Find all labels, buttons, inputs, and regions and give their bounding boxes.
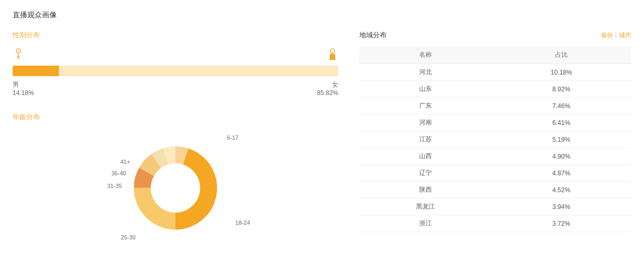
region-percent-cell: 8.92% (491, 81, 631, 98)
male-label: 男 (13, 80, 34, 89)
region-percent-cell: 7.46% (491, 98, 631, 114)
svg-point-9 (151, 163, 200, 213)
table-row: 陕西 4.52% (359, 182, 631, 198)
left-panel: 性别分布 (13, 30, 338, 246)
col-percent-header: 占比 (491, 46, 631, 64)
region-table-body: 河北 10.18% 山东 8.92% 广东 7.46% 河南 6.41% 江苏 … (359, 64, 631, 232)
table-row: 浙江 3.72% (359, 215, 631, 232)
gender-label-left: 男 14.18% (13, 80, 34, 97)
table-row: 黑龙江 3.94% (359, 198, 631, 215)
female-percent: 85.82% (317, 89, 338, 97)
female-label: 女 (317, 80, 338, 89)
region-percent-cell: 10.18% (491, 64, 631, 81)
right-panel: 地域分布 省份 | 城市 名称 占比 河北 10.18% 山东 (359, 30, 631, 246)
label-36-40: 36-40 (111, 170, 126, 176)
gender-label-right: 女 85.82% (317, 80, 338, 97)
male-percent: 14.18% (13, 89, 34, 97)
gender-bar-container (13, 66, 338, 76)
table-row: 山东 8.92% (359, 81, 631, 98)
region-name-cell: 山东 (359, 81, 491, 98)
region-percent-cell: 3.72% (491, 215, 631, 232)
gender-bar-male (13, 66, 59, 76)
region-name-cell: 辽宁 (359, 165, 491, 182)
region-name-cell: 江苏 (359, 131, 491, 148)
table-row: 辽宁 4.87% (359, 165, 631, 182)
region-name-cell: 山西 (359, 148, 491, 165)
gender-icons-row (13, 48, 338, 62)
region-title: 地域分布 (359, 30, 387, 40)
region-percent-cell: 4.87% (491, 165, 631, 182)
male-icon (14, 48, 23, 62)
svg-point-1 (330, 49, 335, 53)
label-6-17: 6-17 (227, 134, 238, 141)
svg-point-0 (16, 49, 20, 53)
main-layout: 性别分布 (13, 30, 631, 246)
age-title: 年龄分布 (13, 112, 338, 122)
region-name-cell: 河北 (359, 64, 491, 81)
region-percent-cell: 4.90% (491, 148, 631, 165)
tab-province[interactable]: 省份 (600, 31, 613, 40)
region-table-head: 名称 占比 (359, 46, 631, 64)
region-table-header-row: 名称 占比 (359, 46, 631, 64)
donut-chart (128, 141, 223, 235)
region-name-cell: 黑龙江 (359, 198, 491, 215)
region-table: 名称 占比 河北 10.18% 山东 8.92% 广东 7.46% 河南 6.4… (359, 46, 631, 232)
region-percent-cell: 6.41% (491, 114, 631, 131)
table-row: 河南 6.41% (359, 114, 631, 131)
region-percent-cell: 4.52% (491, 182, 631, 198)
col-name-header: 名称 (359, 46, 491, 64)
region-tabs: 省份 | 城市 (600, 31, 631, 40)
label-18-24: 18-24 (235, 219, 250, 226)
table-row: 江苏 5.19% (359, 131, 631, 148)
region-name-cell: 陕西 (359, 182, 491, 198)
region-name-cell: 浙江 (359, 215, 491, 232)
label-31-35: 31-35 (107, 183, 122, 189)
gender-section: 性别分布 (13, 30, 338, 97)
gender-labels-row: 男 14.18% 女 85.82% (13, 80, 338, 97)
tab-divider: | (615, 31, 617, 40)
gender-title: 性别分布 (13, 30, 338, 40)
tab-city[interactable]: 城市 (619, 31, 631, 40)
page-title: 直播观众画像 (13, 11, 631, 20)
female-icon (328, 48, 337, 62)
table-row: 广东 7.46% (359, 98, 631, 114)
age-section: 年龄分布 (13, 112, 338, 246)
table-row: 山西 4.90% (359, 148, 631, 165)
region-percent-cell: 5.19% (491, 131, 631, 148)
region-header: 地域分布 省份 | 城市 (359, 30, 631, 40)
donut-wrapper: 6-17 18-24 25-30 31-35 36-40 41+ (91, 130, 259, 246)
table-row: 河北 10.18% (359, 64, 631, 81)
region-percent-cell: 3.94% (491, 198, 631, 215)
region-name-cell: 广东 (359, 98, 491, 114)
region-name-cell: 河南 (359, 114, 491, 131)
page-container: 直播观众画像 性别分布 (0, 0, 644, 272)
